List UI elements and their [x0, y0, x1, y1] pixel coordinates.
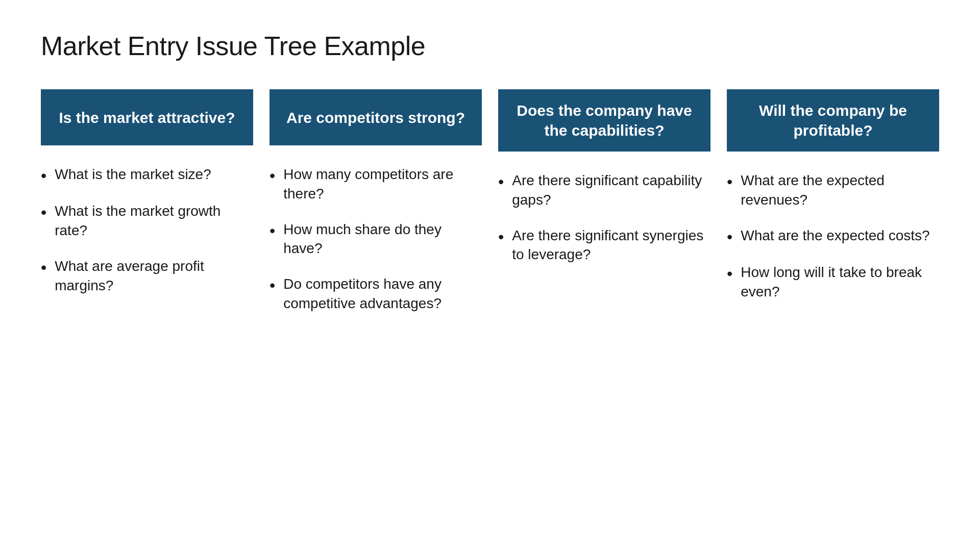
bullet-list-competitors-strong: •How many competitors are there?•How muc… [270, 165, 482, 313]
bullet-dot-icon: • [270, 221, 275, 240]
column-competitors-strong: Are competitors strong?•How many competi… [270, 89, 482, 520]
list-item: •What are the expected costs? [727, 226, 939, 246]
list-item: •Do competitors have any competitive adv… [270, 274, 482, 313]
page-title: Market Entry Issue Tree Example [41, 31, 939, 61]
column-company-profitable: Will the company be profitable?•What are… [727, 89, 939, 520]
bullet-dot-icon: • [727, 227, 732, 246]
bullet-dot-icon: • [270, 276, 275, 295]
bullet-text: How long will it take to break even? [741, 263, 939, 302]
column-company-capabilities: Does the company have the capabilities?•… [498, 89, 710, 520]
bullet-dot-icon: • [41, 166, 46, 185]
bullet-list-company-capabilities: •Are there significant capability gaps?•… [498, 171, 710, 264]
bullet-text: How much share do they have? [283, 220, 482, 259]
column-header-company-capabilities: Does the company have the capabilities? [498, 89, 710, 152]
bullet-text: Are there significant synergies to lever… [512, 226, 710, 265]
bullet-dot-icon: • [727, 172, 732, 191]
bullet-list-company-profitable: •What are the expected revenues?•What ar… [727, 171, 939, 302]
bullet-text: What are the expected revenues? [741, 171, 939, 210]
column-header-market-attractive: Is the market attractive? [41, 89, 253, 145]
list-item: •How many competitors are there? [270, 165, 482, 204]
bullet-list-market-attractive: •What is the market size?•What is the ma… [41, 165, 253, 295]
column-market-attractive: Is the market attractive?•What is the ma… [41, 89, 253, 520]
list-item: •How long will it take to break even? [727, 263, 939, 302]
list-item: •What are average profit margins? [41, 257, 253, 295]
bullet-dot-icon: • [270, 166, 275, 185]
list-item: •What is the market growth rate? [41, 202, 253, 240]
bullet-dot-icon: • [41, 203, 46, 222]
list-item: •Are there significant capability gaps? [498, 171, 710, 210]
bullet-text: Are there significant capability gaps? [512, 171, 710, 210]
bullet-dot-icon: • [498, 227, 504, 246]
column-header-company-profitable: Will the company be profitable? [727, 89, 939, 152]
list-item: •What are the expected revenues? [727, 171, 939, 210]
columns-container: Is the market attractive?•What is the ma… [41, 89, 939, 520]
bullet-dot-icon: • [41, 258, 46, 277]
list-item: •Are there significant synergies to leve… [498, 226, 710, 265]
bullet-text: Do competitors have any competitive adva… [283, 274, 482, 313]
bullet-dot-icon: • [498, 172, 504, 191]
bullet-text: What are average profit margins? [55, 257, 253, 295]
bullet-dot-icon: • [727, 264, 732, 283]
bullet-text: What is the market size? [55, 165, 253, 184]
column-header-competitors-strong: Are competitors strong? [270, 89, 482, 145]
list-item: •How much share do they have? [270, 220, 482, 259]
bullet-text: What are the expected costs? [741, 226, 939, 245]
bullet-text: What is the market growth rate? [55, 202, 253, 240]
list-item: •What is the market size? [41, 165, 253, 185]
bullet-text: How many competitors are there? [283, 165, 482, 204]
